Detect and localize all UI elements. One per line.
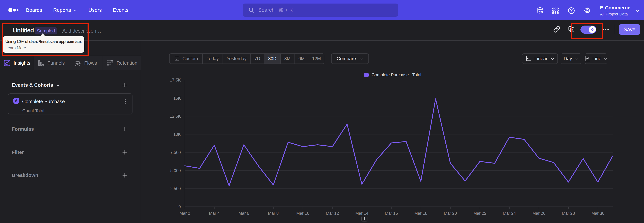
date-range-custom[interactable]: Custom bbox=[170, 54, 203, 64]
event-options-icon[interactable] bbox=[122, 98, 128, 105]
date-range-label: Custom bbox=[182, 56, 198, 61]
linear-dropdown[interactable]: Linear bbox=[522, 53, 558, 64]
sampling-toggle[interactable] bbox=[580, 26, 596, 34]
date-range-label: Today bbox=[206, 56, 219, 61]
events-cohorts-header[interactable]: Events & Cohorts bbox=[12, 82, 60, 88]
tab-label: Funnels bbox=[48, 60, 65, 66]
event-name: Complete Purchase bbox=[22, 99, 65, 104]
compare-button[interactable]: Compare bbox=[331, 53, 369, 64]
event-letter-badge: A bbox=[14, 98, 19, 104]
add-filter-button[interactable] bbox=[122, 149, 128, 156]
event-metric[interactable]: Count Total bbox=[22, 108, 44, 114]
chevron-down-icon bbox=[56, 83, 60, 87]
toggle-knob bbox=[589, 26, 596, 33]
svg-text:10K: 10K bbox=[174, 132, 181, 137]
nav-item-users[interactable]: Users bbox=[88, 7, 102, 13]
duplicate-icon[interactable] bbox=[568, 26, 575, 33]
svg-text:Mar 12: Mar 12 bbox=[326, 211, 339, 215]
svg-text:Mar 20: Mar 20 bbox=[444, 211, 457, 215]
view-dropdown-label: Day bbox=[564, 56, 572, 61]
date-range-label: 30D bbox=[268, 56, 276, 61]
date-range-6m[interactable]: 6M bbox=[294, 54, 309, 64]
svg-text:Mar 4: Mar 4 bbox=[209, 211, 220, 215]
tab-label: Flows bbox=[84, 60, 97, 66]
add-description[interactable]: + Add description… bbox=[58, 28, 101, 34]
group-label-breakdown: Breakdown bbox=[12, 173, 38, 178]
svg-text:2,500: 2,500 bbox=[170, 186, 181, 191]
svg-text:Mar 2: Mar 2 bbox=[180, 211, 190, 215]
search-placeholder: Search bbox=[258, 7, 274, 13]
line-dropdown[interactable]: Line bbox=[585, 53, 607, 64]
nav-item-label: Reports bbox=[53, 7, 71, 13]
group-label-formulas: Formulas bbox=[12, 126, 34, 132]
svg-text:Mar 30: Mar 30 bbox=[591, 211, 604, 215]
tab-funnels[interactable]: Funnels bbox=[34, 56, 68, 70]
funnels-icon bbox=[37, 59, 44, 67]
svg-text:Mar 10: Mar 10 bbox=[296, 211, 310, 215]
svg-text:7,500: 7,500 bbox=[170, 150, 181, 155]
flows-icon bbox=[74, 59, 81, 67]
project-name: E-Commerce bbox=[600, 5, 630, 11]
apps-grid-icon[interactable] bbox=[552, 7, 559, 15]
tab-flows[interactable]: Flows bbox=[68, 56, 103, 70]
nav-item-label: Users bbox=[88, 7, 102, 13]
event-card[interactable]: A Complete Purchase Count Total bbox=[8, 93, 132, 115]
nav-item-reports[interactable]: Reports bbox=[53, 7, 77, 13]
date-range-label: 6M bbox=[298, 56, 305, 61]
date-range-today[interactable]: Today bbox=[203, 54, 223, 64]
svg-text:Mar 28: Mar 28 bbox=[562, 211, 575, 215]
header-divider bbox=[615, 25, 615, 34]
date-range-yesterday[interactable]: Yesterday bbox=[223, 54, 250, 64]
pagination-page-button[interactable]: 1 bbox=[362, 216, 368, 221]
nav-menu: BoardsReportsUsersEvents bbox=[26, 0, 128, 20]
search-input[interactable]: Search ⌘ + K bbox=[243, 4, 398, 17]
data-gear-icon[interactable] bbox=[536, 7, 544, 15]
view-dropdown-label: Line bbox=[592, 56, 602, 61]
date-range-label: 7D bbox=[254, 56, 260, 61]
project-scope: All Project Data bbox=[600, 12, 630, 17]
save-button[interactable]: Save bbox=[619, 24, 640, 35]
group-label-filter: Filter bbox=[12, 150, 24, 155]
add-formulas-button[interactable] bbox=[122, 126, 128, 133]
nav-item-label: Boards bbox=[26, 7, 42, 13]
tab-label: Insights bbox=[14, 60, 30, 66]
date-range-7d[interactable]: 7D bbox=[250, 54, 264, 64]
report-title[interactable]: Untitled bbox=[13, 27, 34, 34]
help-icon[interactable] bbox=[568, 7, 575, 15]
svg-text:15K: 15K bbox=[174, 96, 181, 100]
svg-text:17.5K: 17.5K bbox=[170, 78, 181, 82]
logo-icon[interactable] bbox=[8, 0, 22, 20]
report-tabs: InsightsFunnelsFlowsRetention bbox=[0, 56, 141, 70]
events-cohorts-row: Events & Cohorts bbox=[12, 81, 128, 89]
more-options-icon[interactable] bbox=[602, 26, 610, 33]
date-range-3m[interactable]: 3M bbox=[281, 54, 294, 64]
group-row-formulas: Formulas bbox=[12, 125, 128, 133]
sampled-badge[interactable]: Sampled bbox=[35, 27, 57, 34]
svg-text:0: 0 bbox=[178, 204, 181, 209]
date-range-12m[interactable]: 12M bbox=[309, 54, 324, 64]
share-link-icon[interactable] bbox=[553, 26, 560, 33]
date-range-label: Yesterday bbox=[226, 56, 246, 61]
date-range-label: 3M bbox=[284, 56, 291, 61]
group-row-breakdown: Breakdown bbox=[12, 171, 128, 179]
tab-label: Retention bbox=[116, 60, 137, 66]
settings-icon[interactable] bbox=[583, 7, 591, 15]
nav-item-boards[interactable]: Boards bbox=[26, 7, 42, 13]
svg-text:Mar 16: Mar 16 bbox=[385, 211, 398, 215]
nav-item-label: Events bbox=[113, 7, 128, 13]
tab-insights[interactable]: Insights bbox=[0, 56, 34, 70]
tab-retention[interactable]: Retention bbox=[103, 56, 141, 70]
tooltip-learn-more-link[interactable]: Learn More bbox=[5, 46, 26, 50]
group-row-filter: Filter bbox=[12, 148, 128, 156]
chart-panel: CustomTodayYesterday7D30D3M6M12M Compare… bbox=[142, 41, 644, 223]
chevron-down-icon[interactable] bbox=[634, 8, 640, 14]
day-dropdown[interactable]: Day bbox=[561, 53, 581, 64]
project-selector[interactable]: E-Commerce All Project Data bbox=[600, 5, 630, 17]
svg-text:Mar 18: Mar 18 bbox=[414, 211, 428, 215]
nav-item-events[interactable]: Events bbox=[113, 7, 128, 13]
add-breakdown-button[interactable] bbox=[122, 172, 128, 179]
svg-text:Mar 24: Mar 24 bbox=[503, 211, 516, 215]
add-event-button[interactable] bbox=[122, 82, 128, 88]
line-chart[interactable]: 02,5005,0007,50010K12.5K15K17.5KMar 2Mar… bbox=[142, 71, 644, 223]
date-range-30d[interactable]: 30D bbox=[264, 54, 281, 64]
